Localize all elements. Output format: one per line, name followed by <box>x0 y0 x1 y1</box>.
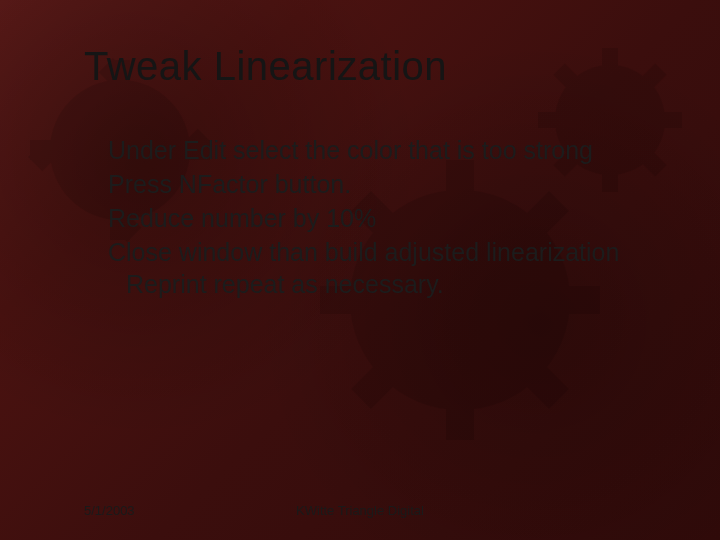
svg-rect-23 <box>662 112 682 128</box>
slide-footer: 5/1/2003 KWitte Triangle Digital <box>0 498 720 518</box>
svg-rect-20 <box>602 48 618 68</box>
slide: Tweak Linearization Under Edit select th… <box>0 0 720 540</box>
slide-body: Under Edit select the color that is too … <box>108 134 660 302</box>
bullet-item: Reduce number by 10% <box>108 202 660 234</box>
svg-rect-4 <box>30 140 55 160</box>
svg-rect-26 <box>553 63 578 88</box>
svg-rect-18 <box>524 364 569 409</box>
svg-rect-22 <box>538 112 558 128</box>
svg-rect-7 <box>28 139 60 171</box>
svg-rect-12 <box>446 405 474 440</box>
footer-author: KWitte Triangle Digital <box>0 503 720 518</box>
slide-title: Tweak Linearization <box>84 44 447 89</box>
svg-rect-24 <box>641 63 666 88</box>
svg-rect-16 <box>351 364 396 409</box>
bullet-item: Press NFactor button. <box>108 168 660 200</box>
bullet-item: Close window than build adjusted lineari… <box>108 236 660 300</box>
bullet-item: Under Edit select the color that is too … <box>108 134 660 166</box>
